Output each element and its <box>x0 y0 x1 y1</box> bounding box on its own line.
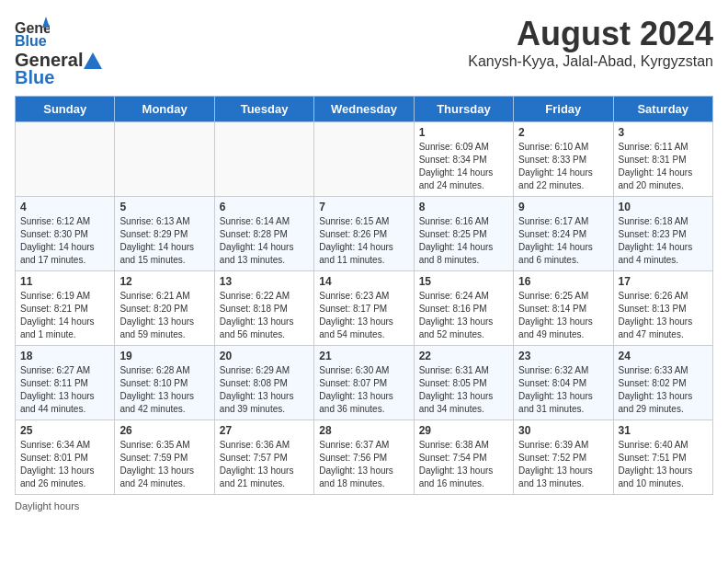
day-cell: 22Sunrise: 6:31 AM Sunset: 8:05 PM Dayli… <box>414 346 513 420</box>
day-cell: 16Sunrise: 6:25 AM Sunset: 8:14 PM Dayli… <box>514 271 613 346</box>
day-info: Sunrise: 6:35 AM Sunset: 7:59 PM Dayligh… <box>119 439 209 490</box>
day-number: 4 <box>20 201 109 213</box>
day-info: Sunrise: 6:15 AM Sunset: 8:26 PM Dayligh… <box>319 215 408 267</box>
day-cell: 4Sunrise: 6:12 AM Sunset: 8:30 PM Daylig… <box>16 197 115 271</box>
day-cell: 23Sunrise: 6:32 AM Sunset: 8:04 PM Dayli… <box>514 346 613 420</box>
day-cell: 15Sunrise: 6:24 AM Sunset: 8:16 PM Dayli… <box>414 271 513 346</box>
day-number: 5 <box>119 201 209 213</box>
col-header-thursday: Thursday <box>414 97 513 122</box>
header: General Blue General Blue August 2024 Ka… <box>15 15 713 88</box>
day-info: Sunrise: 6:18 AM Sunset: 8:23 PM Dayligh… <box>619 215 708 267</box>
day-cell: 12Sunrise: 6:21 AM Sunset: 8:20 PM Dayli… <box>115 271 214 346</box>
subtitle: Kanysh-Kyya, Jalal-Abad, Kyrgyzstan <box>468 53 713 70</box>
day-info: Sunrise: 6:40 AM Sunset: 7:51 PM Dayligh… <box>619 439 708 490</box>
day-info: Sunrise: 6:14 AM Sunset: 8:28 PM Dayligh… <box>220 215 309 267</box>
day-info: Sunrise: 6:24 AM Sunset: 8:16 PM Dayligh… <box>419 290 508 341</box>
day-cell: 20Sunrise: 6:29 AM Sunset: 8:08 PM Dayli… <box>214 346 313 420</box>
title-area: August 2024 Kanysh-Kyya, Jalal-Abad, Kyr… <box>468 15 713 70</box>
day-number: 13 <box>220 275 309 288</box>
day-info: Sunrise: 6:23 AM Sunset: 8:17 PM Dayligh… <box>319 290 408 341</box>
day-cell: 17Sunrise: 6:26 AM Sunset: 8:13 PM Dayli… <box>613 271 712 346</box>
day-info: Sunrise: 6:13 AM Sunset: 8:29 PM Dayligh… <box>119 215 209 267</box>
day-number: 9 <box>518 201 608 213</box>
day-info: Sunrise: 6:33 AM Sunset: 8:02 PM Dayligh… <box>619 364 708 416</box>
day-number: 15 <box>419 275 508 288</box>
day-cell: 3Sunrise: 6:11 AM Sunset: 8:31 PM Daylig… <box>613 122 712 197</box>
day-info: Sunrise: 6:19 AM Sunset: 8:21 PM Dayligh… <box>20 290 109 341</box>
col-header-saturday: Saturday <box>613 97 712 122</box>
col-header-sunday: Sunday <box>16 97 115 122</box>
col-header-friday: Friday <box>514 97 613 122</box>
logo: General Blue General Blue <box>15 15 103 88</box>
day-number: 24 <box>619 350 708 362</box>
day-number: 30 <box>518 424 608 437</box>
day-cell: 11Sunrise: 6:19 AM Sunset: 8:21 PM Dayli… <box>16 271 115 346</box>
day-cell: 6Sunrise: 6:14 AM Sunset: 8:28 PM Daylig… <box>214 197 313 271</box>
main-title: August 2024 <box>468 15 713 53</box>
day-number: 17 <box>619 275 708 288</box>
day-number: 14 <box>319 275 408 288</box>
day-cell: 21Sunrise: 6:30 AM Sunset: 8:07 PM Dayli… <box>314 346 414 420</box>
day-number: 7 <box>319 201 408 213</box>
day-number: 6 <box>220 201 309 213</box>
day-info: Sunrise: 6:26 AM Sunset: 8:13 PM Dayligh… <box>619 290 708 341</box>
day-cell: 30Sunrise: 6:39 AM Sunset: 7:52 PM Dayli… <box>514 420 613 495</box>
footer-daylight: Daylight hours <box>15 500 713 511</box>
day-cell <box>314 122 414 197</box>
day-info: Sunrise: 6:17 AM Sunset: 8:24 PM Dayligh… <box>518 215 608 267</box>
day-cell <box>16 122 115 197</box>
week-row-5: 25Sunrise: 6:34 AM Sunset: 8:01 PM Dayli… <box>16 420 713 495</box>
svg-marker-3 <box>84 52 102 69</box>
day-number: 31 <box>619 424 708 437</box>
day-cell: 26Sunrise: 6:35 AM Sunset: 7:59 PM Dayli… <box>115 420 214 495</box>
day-number: 23 <box>518 350 608 362</box>
day-info: Sunrise: 6:10 AM Sunset: 8:33 PM Dayligh… <box>518 141 608 192</box>
week-row-4: 18Sunrise: 6:27 AM Sunset: 8:11 PM Dayli… <box>16 346 713 420</box>
week-row-3: 11Sunrise: 6:19 AM Sunset: 8:21 PM Dayli… <box>16 271 713 346</box>
day-cell: 27Sunrise: 6:36 AM Sunset: 7:57 PM Dayli… <box>214 420 313 495</box>
day-info: Sunrise: 6:09 AM Sunset: 8:34 PM Dayligh… <box>419 141 508 192</box>
day-cell: 31Sunrise: 6:40 AM Sunset: 7:51 PM Dayli… <box>613 420 712 495</box>
col-header-tuesday: Tuesday <box>214 97 313 122</box>
day-cell: 2Sunrise: 6:10 AM Sunset: 8:33 PM Daylig… <box>514 122 613 197</box>
day-cell: 7Sunrise: 6:15 AM Sunset: 8:26 PM Daylig… <box>314 197 414 271</box>
day-cell <box>214 122 313 197</box>
day-info: Sunrise: 6:29 AM Sunset: 8:08 PM Dayligh… <box>220 364 309 416</box>
day-info: Sunrise: 6:39 AM Sunset: 7:52 PM Dayligh… <box>518 439 608 490</box>
day-cell: 28Sunrise: 6:37 AM Sunset: 7:56 PM Dayli… <box>314 420 414 495</box>
day-info: Sunrise: 6:28 AM Sunset: 8:10 PM Dayligh… <box>119 364 209 416</box>
day-info: Sunrise: 6:36 AM Sunset: 7:57 PM Dayligh… <box>220 439 309 490</box>
day-number: 16 <box>518 275 608 288</box>
day-cell: 13Sunrise: 6:22 AM Sunset: 8:18 PM Dayli… <box>214 271 313 346</box>
calendar-table: SundayMondayTuesdayWednesdayThursdayFrid… <box>15 96 713 495</box>
day-cell: 5Sunrise: 6:13 AM Sunset: 8:29 PM Daylig… <box>115 197 214 271</box>
day-cell: 24Sunrise: 6:33 AM Sunset: 8:02 PM Dayli… <box>613 346 712 420</box>
day-info: Sunrise: 6:31 AM Sunset: 8:05 PM Dayligh… <box>419 364 508 416</box>
day-info: Sunrise: 6:38 AM Sunset: 7:54 PM Dayligh… <box>419 439 508 490</box>
day-number: 27 <box>220 424 309 437</box>
day-cell: 25Sunrise: 6:34 AM Sunset: 8:01 PM Dayli… <box>16 420 115 495</box>
day-cell: 8Sunrise: 6:16 AM Sunset: 8:25 PM Daylig… <box>414 197 513 271</box>
day-info: Sunrise: 6:34 AM Sunset: 8:01 PM Dayligh… <box>20 439 109 490</box>
day-info: Sunrise: 6:32 AM Sunset: 8:04 PM Dayligh… <box>518 364 608 416</box>
day-info: Sunrise: 6:37 AM Sunset: 7:56 PM Dayligh… <box>319 439 408 490</box>
logo-triangle-icon <box>84 52 102 69</box>
day-number: 25 <box>20 424 109 437</box>
svg-text:Blue: Blue <box>15 33 47 49</box>
day-number: 22 <box>419 350 508 362</box>
week-row-2: 4Sunrise: 6:12 AM Sunset: 8:30 PM Daylig… <box>16 197 713 271</box>
logo-icon: General Blue <box>15 15 50 50</box>
day-info: Sunrise: 6:11 AM Sunset: 8:31 PM Dayligh… <box>619 141 708 192</box>
day-number: 28 <box>319 424 408 437</box>
day-info: Sunrise: 6:30 AM Sunset: 8:07 PM Dayligh… <box>319 364 408 416</box>
day-number: 2 <box>518 126 608 139</box>
day-cell <box>115 122 214 197</box>
day-cell: 29Sunrise: 6:38 AM Sunset: 7:54 PM Dayli… <box>414 420 513 495</box>
day-number: 11 <box>20 275 109 288</box>
day-number: 19 <box>119 350 209 362</box>
day-info: Sunrise: 6:21 AM Sunset: 8:20 PM Dayligh… <box>119 290 209 341</box>
day-number: 21 <box>319 350 408 362</box>
day-number: 26 <box>119 424 209 437</box>
day-info: Sunrise: 6:25 AM Sunset: 8:14 PM Dayligh… <box>518 290 608 341</box>
day-number: 20 <box>220 350 309 362</box>
